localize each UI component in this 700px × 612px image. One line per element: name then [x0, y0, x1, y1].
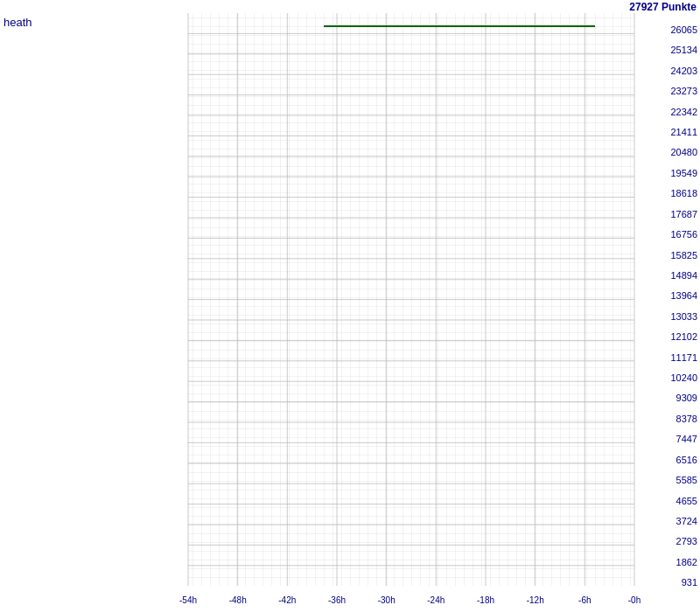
y-label-18618: 18618: [670, 188, 697, 198]
y-label-14894: 14894: [670, 270, 697, 281]
y-label-19549: 19549: [670, 168, 697, 178]
x-label-48h: -48h: [229, 595, 247, 605]
chart-svg: 26065 25134 24203 23273 22342 21411 2048…: [0, 0, 700, 612]
top-score-text: 27927 Punkte: [629, 1, 696, 13]
y-label-13964: 13964: [670, 290, 697, 301]
main-container: 26065 25134 24203 23273 22342 21411 2048…: [0, 0, 700, 612]
y-label-13033: 13033: [670, 311, 697, 322]
y-label-12102: 12102: [670, 331, 697, 342]
y-label-9309: 9309: [676, 393, 697, 403]
x-label-18h: -18h: [477, 595, 494, 605]
y-label-15825: 15825: [670, 250, 697, 261]
y-label-22342: 22342: [670, 107, 697, 117]
y-label-4655: 4655: [676, 496, 697, 506]
y-label-20480: 20480: [670, 147, 697, 157]
y-label-25134: 25134: [670, 45, 697, 55]
user-text: heath: [4, 16, 32, 29]
y-label-23273: 23273: [670, 86, 697, 96]
y-label-17687: 17687: [670, 209, 697, 219]
x-label-30h: -30h: [378, 595, 396, 605]
x-axis-labels: -54h -48h -42h -36h -30h -24h -18h -12h …: [179, 595, 640, 605]
y-label-3724: 3724: [676, 516, 697, 526]
y-label-6516: 6516: [676, 455, 697, 465]
y-label-2793: 2793: [676, 536, 697, 546]
y-label-5585: 5585: [676, 475, 697, 485]
x-label-54h: -54h: [179, 595, 197, 605]
y-label-10240: 10240: [670, 372, 697, 383]
x-label-12h: -12h: [527, 595, 544, 605]
y-label-7447: 7447: [676, 434, 697, 444]
y-label-16756: 16756: [670, 229, 697, 240]
y-label-8378: 8378: [676, 414, 697, 424]
x-label-0h: -0h: [628, 595, 640, 605]
y-label-11171: 11171: [670, 352, 697, 363]
y-label-1862: 1862: [676, 557, 697, 567]
x-label-36h: -36h: [328, 595, 346, 605]
y-label-24203: 24203: [670, 66, 697, 76]
x-label-42h: -42h: [278, 595, 296, 605]
y-label-21411: 21411: [670, 127, 697, 137]
y-label-26065: 26065: [670, 24, 697, 35]
y-label-931: 931: [682, 577, 697, 588]
x-label-6h: -6h: [578, 595, 591, 605]
y-axis-labels: 26065 25134 24203 23273 22342 21411 2048…: [670, 24, 697, 588]
x-label-24h: -24h: [427, 595, 444, 605]
